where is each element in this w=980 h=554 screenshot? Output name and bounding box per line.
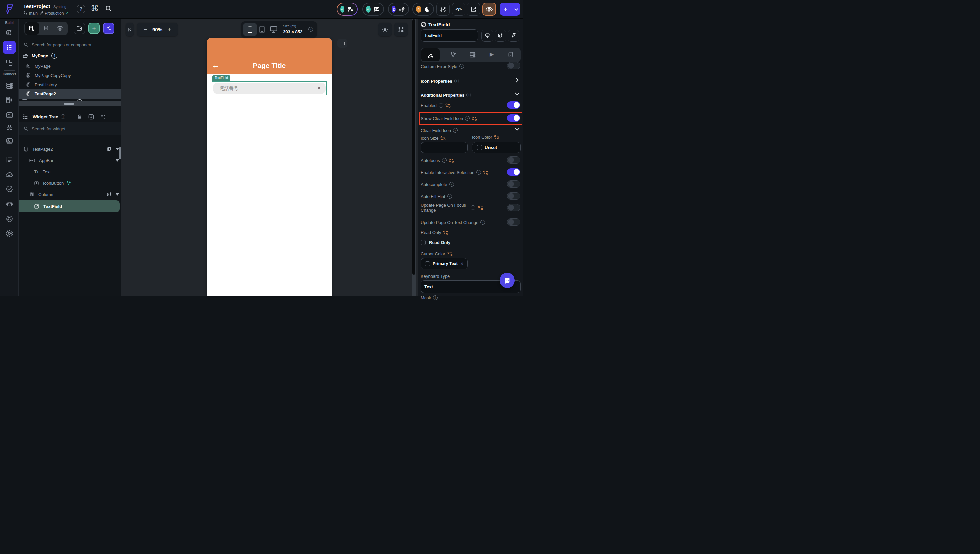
textfield-selection-outline[interactable]: 電話番号 ✕ bbox=[212, 81, 327, 96]
info-icon[interactable]: i bbox=[447, 194, 452, 199]
flutterflow-docs-button[interactable] bbox=[508, 30, 519, 42]
folder-row[interactable]: MyPage 4 bbox=[19, 51, 121, 61]
tab-pages[interactable] bbox=[39, 22, 53, 35]
widget-search-input[interactable] bbox=[32, 126, 112, 131]
tab-actions[interactable] bbox=[450, 51, 457, 58]
media-assets-icon[interactable] bbox=[0, 111, 19, 119]
device-tablet[interactable] bbox=[259, 25, 265, 33]
zoom-in-button[interactable]: + bbox=[168, 26, 172, 33]
chevron-right-icon[interactable] bbox=[515, 78, 519, 83]
run-button[interactable] bbox=[500, 3, 520, 16]
pages-search[interactable] bbox=[19, 38, 121, 51]
branch-manager-button[interactable] bbox=[436, 3, 450, 16]
collapse-caret[interactable] bbox=[116, 193, 119, 196]
view-code-button[interactable]: </> bbox=[452, 3, 466, 16]
media-library-icon[interactable] bbox=[0, 137, 19, 145]
theme-style-button[interactable] bbox=[482, 30, 493, 42]
set-from-variable-icon[interactable] bbox=[494, 135, 499, 139]
branch-name[interactable]: main bbox=[29, 11, 38, 16]
device-phone-active[interactable] bbox=[243, 23, 257, 36]
set-from-variable-icon[interactable] bbox=[483, 170, 488, 175]
tests-icon[interactable] bbox=[0, 185, 19, 193]
tab-pages-and-components[interactable] bbox=[25, 22, 39, 35]
clear-field-icon[interactable]: ✕ bbox=[317, 85, 321, 91]
search-button[interactable] bbox=[105, 5, 112, 12]
info-icon[interactable]: i bbox=[433, 295, 438, 296]
page-title[interactable]: Page Title bbox=[207, 62, 332, 70]
light-mode-toggle[interactable] bbox=[379, 23, 392, 37]
data-types-icon[interactable] bbox=[0, 96, 19, 104]
icon-size-input[interactable] bbox=[421, 142, 468, 153]
canvas-vscrollbar-track[interactable] bbox=[412, 19, 416, 296]
canvas-vscrollbar-thumb[interactable] bbox=[412, 19, 415, 275]
tree-node-appbar[interactable]: AppBar bbox=[19, 155, 121, 166]
actions-status[interactable]: 2 bbox=[388, 3, 409, 16]
ai-agent-icon[interactable] bbox=[0, 201, 19, 208]
zoom-out-button[interactable]: − bbox=[143, 26, 147, 33]
widget-palette-icon[interactable] bbox=[0, 29, 19, 37]
canvas-area[interactable]: ← Page Title TextField 電話番号 ✕ − 90% + Si… bbox=[121, 19, 418, 296]
canvas-settings-button[interactable] bbox=[395, 23, 408, 37]
collapse-caret[interactable] bbox=[116, 159, 119, 162]
comments-status[interactable]: ✓ bbox=[363, 3, 384, 16]
expand-tree-icon[interactable] bbox=[88, 114, 94, 120]
page-selector-active[interactable] bbox=[3, 41, 16, 54]
widget-name-input[interactable] bbox=[421, 29, 478, 42]
page-item[interactable]: MyPage bbox=[19, 61, 121, 71]
issues-status[interactable]: 4 bbox=[412, 3, 434, 16]
set-from-variable-icon[interactable] bbox=[441, 136, 446, 140]
info-icon[interactable]: i bbox=[480, 220, 485, 225]
update-focus-toggle[interactable] bbox=[507, 204, 520, 212]
autocomplete-toggle[interactable] bbox=[507, 180, 520, 188]
page-item[interactable]: PostHistory bbox=[19, 80, 121, 89]
add-folder-button[interactable] bbox=[74, 23, 85, 34]
set-from-variable-icon[interactable] bbox=[443, 231, 449, 235]
project-title[interactable]: TestProject bbox=[23, 3, 50, 9]
left-panel-vscrollbar-thumb[interactable] bbox=[119, 147, 121, 159]
textfield-widget[interactable]: 電話番号 ✕ bbox=[213, 83, 326, 94]
custom-error-style-toggle[interactable] bbox=[507, 62, 520, 69]
clear-color-icon[interactable]: ✕ bbox=[460, 261, 464, 266]
keyboard-toggle-chip[interactable] bbox=[337, 39, 347, 48]
info-icon[interactable]: i bbox=[466, 93, 471, 97]
read-only-checkbox[interactable] bbox=[421, 240, 426, 245]
interactive-selection-toggle[interactable] bbox=[507, 169, 520, 176]
device-preview[interactable]: ← Page Title TextField 電話番号 ✕ bbox=[207, 38, 332, 296]
tree-sort-icon[interactable] bbox=[100, 114, 106, 120]
flutterflow-logo[interactable] bbox=[3, 3, 16, 16]
size-value[interactable]: 393 × 852 bbox=[283, 29, 302, 34]
info-icon[interactable]: i bbox=[477, 170, 481, 175]
tab-properties-active[interactable] bbox=[422, 48, 440, 61]
cursor-color-picker[interactable]: Primary Text ✕ bbox=[421, 258, 468, 269]
clear-field-icon-row[interactable]: Clear Field Icon i bbox=[421, 127, 520, 134]
info-icon[interactable]: i bbox=[61, 115, 65, 119]
info-icon[interactable]: i bbox=[442, 158, 447, 163]
components-icon[interactable] bbox=[0, 59, 19, 66]
environment-name[interactable]: Production bbox=[45, 11, 64, 16]
set-from-variable-icon[interactable] bbox=[449, 158, 454, 163]
page-item-selected[interactable]: TestPage2 bbox=[19, 89, 121, 99]
custom-code-icon[interactable] bbox=[0, 156, 19, 164]
pages-hscrollbar-track[interactable] bbox=[19, 101, 121, 106]
set-from-variable-icon[interactable] bbox=[447, 252, 453, 256]
enabled-toggle[interactable] bbox=[507, 101, 520, 109]
info-icon[interactable]: i bbox=[455, 79, 459, 83]
info-icon[interactable]: i bbox=[465, 116, 470, 121]
github-sync-status[interactable]: ✓ bbox=[337, 3, 358, 16]
set-from-variable-icon[interactable] bbox=[445, 103, 451, 108]
widget-search[interactable] bbox=[19, 122, 121, 135]
info-icon[interactable]: i bbox=[460, 64, 464, 69]
tab-backend[interactable] bbox=[469, 51, 476, 58]
preview-mode-button[interactable] bbox=[482, 3, 496, 16]
update-text-change-toggle[interactable] bbox=[507, 218, 520, 226]
info-icon[interactable]: i bbox=[309, 27, 313, 32]
info-icon[interactable]: i bbox=[450, 182, 454, 187]
zoom-level[interactable]: 90% bbox=[153, 27, 162, 32]
auto-fill-hint-toggle[interactable] bbox=[507, 193, 520, 200]
breadcrumb[interactable]: main Production ✓ bbox=[23, 11, 69, 16]
convert-to-component-button[interactable] bbox=[495, 30, 506, 42]
theme-icon[interactable] bbox=[0, 215, 19, 223]
collapse-caret[interactable] bbox=[116, 148, 119, 150]
run-dropdown-chevron[interactable] bbox=[512, 8, 520, 11]
autofocus-toggle[interactable] bbox=[507, 156, 520, 164]
